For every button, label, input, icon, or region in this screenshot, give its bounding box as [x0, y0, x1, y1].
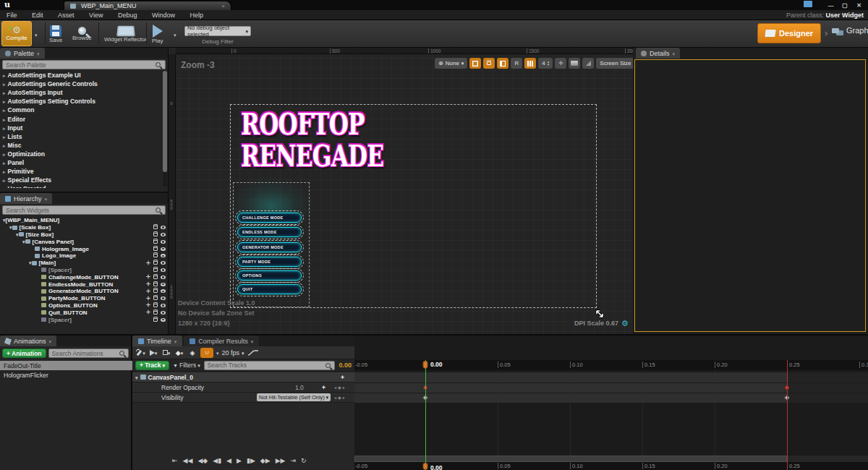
visibility-icon[interactable]	[161, 275, 166, 279]
debug-object-select[interactable]: No debug object selected	[184, 26, 251, 36]
playback-range-end-line[interactable]	[787, 360, 788, 470]
minimize-button[interactable]: —	[825, 2, 837, 9]
save-button[interactable]: Save	[45, 21, 67, 47]
step-back-button[interactable]: ◀◀	[183, 457, 193, 464]
loop-button[interactable]: ↻	[301, 457, 307, 464]
transform-mode-button[interactable]: ✛	[555, 58, 566, 69]
tree-row[interactable]: Logo_Image	[0, 252, 168, 260]
step-forward-button[interactable]: ▶▶	[276, 457, 286, 464]
palette-category[interactable]: Editor	[0, 114, 168, 123]
palette-category[interactable]: Common	[0, 106, 168, 114]
palette-category[interactable]: Lists	[0, 132, 168, 141]
lock-icon[interactable]	[153, 247, 158, 251]
playhead-marker-bottom[interactable]	[423, 463, 428, 470]
timeline-scrollbar[interactable]	[354, 456, 868, 462]
tree-row[interactable]: Hologram_Image	[0, 245, 168, 252]
asset-tab[interactable]: WBP_Main_MENU ×	[64, 1, 231, 10]
visibility-track-band[interactable]	[354, 393, 868, 403]
key-icon[interactable]: ◆	[338, 385, 341, 390]
move-icon[interactable]: ✛	[146, 296, 150, 302]
browse-button[interactable]: Browse	[68, 21, 96, 47]
add-section-icon[interactable]	[341, 374, 344, 381]
palette-category[interactable]: User Created	[0, 184, 168, 188]
animations-search-input[interactable]	[48, 349, 129, 358]
lock-icon[interactable]	[153, 275, 158, 279]
palette-category[interactable]: AutoSettings Generic Controls	[0, 80, 168, 88]
options-button[interactable]: OPTIONS	[237, 270, 302, 281]
keyframe-options-button[interactable]: ◆	[174, 348, 184, 358]
menu-asset[interactable]: Asset	[51, 10, 81, 19]
select-edit-options-button[interactable]	[161, 348, 171, 358]
palette-tab[interactable]: Palette	[0, 48, 45, 59]
keyframe-nav[interactable]: ◂◆▸	[334, 395, 345, 400]
tree-row[interactable]: Quit_BUTTON✛	[0, 309, 168, 316]
palette-category[interactable]: Optimization	[0, 150, 168, 158]
tree-row[interactable]: [Scale Box]	[0, 224, 168, 231]
move-icon[interactable]: ✛	[146, 260, 150, 266]
move-icon[interactable]: ✛	[146, 309, 150, 315]
challenge-mode-button[interactable]: CHALLENGE MODE	[237, 213, 302, 223]
lock-icon[interactable]	[153, 318, 158, 322]
quit-button[interactable]: QUIT	[237, 284, 302, 294]
lock-icon[interactable]	[153, 283, 158, 286]
play-forward-button[interactable]: ▶	[237, 457, 242, 464]
mirror-preview-button[interactable]	[582, 58, 594, 69]
move-icon[interactable]: ✛	[146, 302, 150, 308]
lock-icon[interactable]	[153, 261, 158, 265]
visibility-row[interactable]: Visibility Not Hit-Testable (Self Only) …	[132, 393, 354, 403]
palette-category[interactable]: Primitive	[0, 167, 168, 176]
snap-button[interactable]: ∩	[200, 348, 213, 358]
designer-mode-button[interactable]: Designer	[757, 23, 821, 43]
fps-dropdown[interactable]: 20 fps	[222, 348, 244, 358]
tree-row[interactable]: EndlessMode_BUTTON✛	[0, 281, 168, 288]
render-opacity-row[interactable]: Render Opacity 1.0 ◂◆▸	[132, 383, 354, 393]
filters-dropdown[interactable]: ▼Filters	[173, 362, 200, 369]
lock-icon[interactable]	[153, 233, 158, 236]
key-icon[interactable]: ◆	[338, 395, 341, 400]
lock-widgets-button[interactable]	[483, 58, 495, 69]
tree-row[interactable]: PartyMode_BUTTON✛	[0, 295, 168, 302]
palette-category[interactable]: AutoSettings Example UI	[0, 71, 168, 80]
auto-key-button[interactable]: ◈	[187, 348, 197, 358]
menu-file[interactable]: File	[0, 10, 24, 19]
compiler-results-tab[interactable]: Compiler Results	[184, 336, 259, 346]
endless-mode-button[interactable]: ENDLESS MODE	[237, 227, 302, 237]
visibility-icon[interactable]	[161, 296, 166, 300]
opacity-track-band[interactable]	[354, 383, 868, 393]
add-track-button[interactable]: + Track	[135, 361, 169, 370]
visibility-icon[interactable]	[161, 226, 166, 229]
prev-key-icon[interactable]: ◂	[334, 395, 336, 400]
lock-icon[interactable]	[153, 254, 158, 257]
current-time-display[interactable]: 0.00	[339, 362, 352, 369]
tree-row[interactable]: [Spacer]	[0, 267, 168, 274]
widget-reflector-button[interactable]: Widget Reflector	[100, 21, 151, 47]
next-key-icon[interactable]: ▸	[343, 395, 345, 400]
render-opacity-value[interactable]: 1.0	[295, 384, 304, 391]
go-to-end-button[interactable]: ⇥	[291, 457, 297, 464]
tree-row[interactable]: [WBP_Main_MENU]	[0, 217, 168, 224]
visibility-icon[interactable]	[161, 304, 166, 307]
animations-tab[interactable]: Animations	[0, 336, 56, 346]
next-key-button[interactable]: ◆▶	[260, 457, 271, 464]
playhead-marker-top[interactable]	[423, 361, 428, 369]
play-options-caret-icon[interactable]	[174, 31, 176, 38]
lock-icon[interactable]	[153, 296, 158, 300]
track-search-input[interactable]	[204, 361, 336, 370]
playhead-line[interactable]	[425, 360, 426, 470]
palette-scrollbar[interactable]	[163, 71, 167, 187]
move-icon[interactable]: ✛	[146, 274, 150, 280]
lock-icon[interactable]	[153, 304, 158, 307]
layout-icon[interactable]	[804, 1, 812, 7]
next-key-icon[interactable]: ▸	[343, 385, 345, 390]
tree-row[interactable]: [Spacer]	[0, 316, 168, 323]
visibility-icon[interactable]	[161, 247, 166, 251]
go-to-start-button[interactable]: ⇤	[172, 457, 178, 464]
prev-key-icon[interactable]: ◂	[334, 385, 336, 390]
visibility-icon[interactable]	[161, 240, 166, 244]
maximize-button[interactable]: ▢	[838, 2, 851, 9]
grid-size-stepper[interactable]: 4▴▾	[538, 58, 553, 69]
animation-item[interactable]: HologramFlicker	[0, 370, 132, 380]
grid-snap-button[interactable]	[469, 58, 481, 69]
keyframe-nav[interactable]: ◂◆▸	[334, 385, 345, 390]
outline-toggle-button[interactable]	[497, 58, 509, 69]
